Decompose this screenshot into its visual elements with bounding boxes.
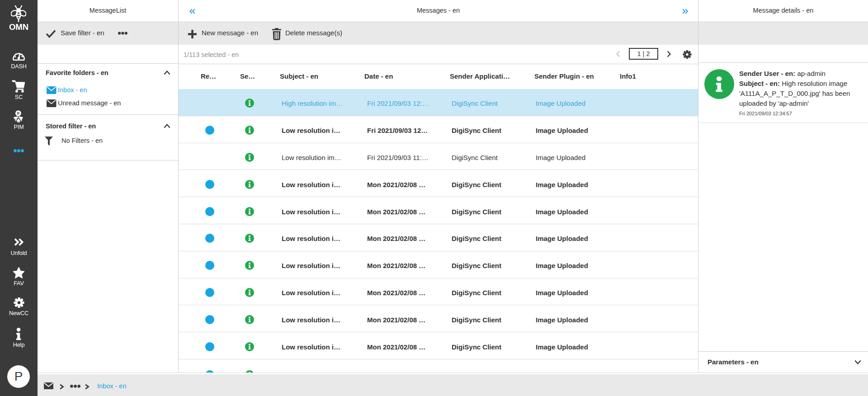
svg-text:P: P — [17, 111, 20, 116]
